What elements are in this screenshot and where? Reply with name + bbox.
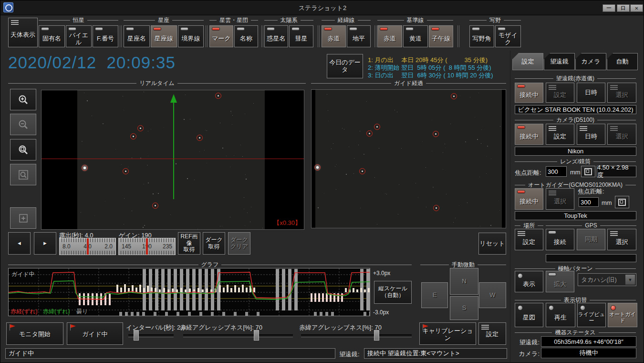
next-image-button[interactable]: ► xyxy=(34,232,56,255)
guide-progress-viewport[interactable] xyxy=(311,89,506,228)
toolbar-toggle-バイエル[interactable]: バイエル xyxy=(66,25,92,47)
toolbar-toggle-F.番号[interactable]: F.番号 xyxy=(93,25,118,47)
toolbar-toggle-写野角[interactable]: 写野角 xyxy=(469,25,494,47)
gps-connect-button[interactable]: 接続 xyxy=(546,229,574,250)
camera-connect-button[interactable]: 接続中 xyxy=(515,124,543,145)
polar-show-button[interactable]: 表示 xyxy=(515,271,543,292)
toolbar-toggle-星座名[interactable]: 星座名 xyxy=(124,25,150,47)
fov-calc-button[interactable] xyxy=(581,166,595,177)
gps-sync-button[interactable]: 同期 xyxy=(577,229,605,250)
telescope-connect-button[interactable]: 接続中 xyxy=(515,83,543,103)
exposure-slider[interactable]: 8.04.02.0 xyxy=(59,238,116,255)
nested-frame-icon xyxy=(584,168,592,175)
display-liveview-button[interactable]: ライブビュー xyxy=(577,303,606,327)
dark-clear-button[interactable]: ダーククリア xyxy=(228,232,250,255)
gps-select-button[interactable]: 選択 xyxy=(607,229,636,250)
today-data-button[interactable]: 今日のデータ xyxy=(327,54,363,78)
telescope-select-button[interactable]: 選択 xyxy=(607,83,636,103)
zoom-window-button[interactable] xyxy=(10,164,36,185)
vertical-scale-button[interactable]: 縦スケール（自動） xyxy=(374,281,412,304)
polar-pattern-select[interactable]: タカハシ(旧) ▼ xyxy=(578,273,636,286)
gain-slider[interactable]: 145190235 xyxy=(118,238,176,255)
calibration-button[interactable]: キャリブレーション xyxy=(419,322,476,345)
toolbar-toggle-名称[interactable]: 名称 xyxy=(234,25,258,47)
tab-カメラ[interactable]: カメラ xyxy=(575,53,606,70)
toolbar-toggle-惑星名[interactable]: 惑星名 xyxy=(264,25,288,47)
zoom-in-button[interactable] xyxy=(10,89,36,110)
close-button[interactable]: ✕ xyxy=(630,4,643,12)
guide-south-button[interactable]: S xyxy=(450,296,478,320)
tab-望遠鏡[interactable]: 望遠鏡 xyxy=(544,53,575,70)
toolbar-toggle-境界線[interactable]: 境界線 xyxy=(178,25,204,47)
dark-capture-button[interactable]: ダーク取得 xyxy=(203,232,225,255)
toolbar-toggle-モザイク[interactable]: モザイク xyxy=(495,25,521,47)
toolbar-toggle-地平[interactable]: 地平 xyxy=(347,25,371,47)
device-status-header: 機器ステータス xyxy=(515,329,636,336)
interval-slider-thumb[interactable] xyxy=(134,330,139,341)
display-replay-button[interactable]: 再生 xyxy=(546,303,575,327)
zoom-fit-icon xyxy=(18,144,29,156)
celestial-display-button[interactable]: 天体表示 xyxy=(8,18,38,47)
camera-settings-button[interactable]: 設定 xyxy=(546,124,574,145)
reset-button[interactable]: リセット xyxy=(478,233,506,255)
faint-star xyxy=(399,184,399,185)
ref-image-button[interactable]: REF画像取得 xyxy=(178,232,200,255)
faint-star xyxy=(231,113,231,113)
guiding-button[interactable]: ガイド中 xyxy=(67,322,123,345)
add-frame-button[interactable] xyxy=(10,207,36,229)
led-icon xyxy=(472,28,479,30)
autoguider-fl-input[interactable] xyxy=(579,197,599,207)
toolbar-toggle-固有名[interactable]: 固有名 xyxy=(39,25,65,47)
guide-settings-button[interactable]: 設定 xyxy=(478,322,506,345)
zoom-fit-button[interactable] xyxy=(10,139,36,160)
toolbar-toggle-星座線[interactable]: 星座線 xyxy=(151,25,177,47)
autoguider-select-button[interactable]: 選択 xyxy=(546,188,574,210)
toolbar-toggle-赤道[interactable]: 赤道 xyxy=(322,25,346,47)
toolbar-toggle-黄道[interactable]: 黄道 xyxy=(403,25,428,47)
prev-image-button[interactable]: ◄ xyxy=(8,232,31,255)
ra-aggressiveness-thumb[interactable] xyxy=(254,330,259,341)
guide-east-button[interactable]: E xyxy=(421,282,448,308)
location-section-header: 場所 xyxy=(515,222,543,229)
realtime-viewport[interactable]: 【x0.30】 xyxy=(41,90,304,230)
dec-aggressiveness-slider[interactable] xyxy=(301,334,412,337)
telescope-datetime-button[interactable]: 日時 xyxy=(577,83,605,103)
guide-west-button[interactable]: W xyxy=(479,282,506,308)
ra-aggressiveness-slider[interactable] xyxy=(183,334,293,337)
chevron-down-icon[interactable]: ▼ xyxy=(625,275,635,285)
autoguider-fov-calc-button[interactable] xyxy=(615,196,629,208)
dec-aggressiveness-thumb[interactable] xyxy=(374,330,379,341)
guide-star-marker xyxy=(433,131,439,137)
faint-star xyxy=(230,167,230,167)
minimize-button[interactable]: 一 xyxy=(602,4,615,12)
monitor-start-button[interactable]: モニタ開始 xyxy=(6,322,63,345)
tab-設定[interactable]: 設定 xyxy=(512,53,543,70)
location-settings-button[interactable]: 設定 xyxy=(515,229,543,250)
toolbar-toggle-マーク[interactable]: マーク xyxy=(209,25,233,47)
focal-length-input[interactable] xyxy=(546,166,567,177)
toolbar-toggle-子午線[interactable]: 子午線 xyxy=(429,25,453,47)
tab-自動[interactable]: 自動 xyxy=(607,53,638,70)
guide-star-marker xyxy=(137,125,144,131)
guide-north-button[interactable]: N xyxy=(450,268,478,295)
faint-star xyxy=(244,197,244,198)
display-starchart-button[interactable]: 星図 xyxy=(515,303,543,327)
camera-datetime-button[interactable]: 日時 xyxy=(577,124,605,145)
faint-star xyxy=(478,93,479,93)
toolbar-toggle-彗星[interactable]: 彗星 xyxy=(289,25,313,47)
polar-zoom-button[interactable]: 拡大 xyxy=(546,271,574,292)
faint-star xyxy=(144,225,145,226)
faint-star xyxy=(245,225,245,226)
faint-star xyxy=(92,116,92,116)
zoom-out-button[interactable] xyxy=(10,114,36,135)
faint-star xyxy=(187,178,188,179)
display-autoguide-button[interactable]: オートガイド xyxy=(608,303,637,327)
connected-led-icon xyxy=(518,126,525,128)
datetime-display: 2020/02/12 20:09:35 xyxy=(8,53,176,72)
telescope-settings-button[interactable]: 設定 xyxy=(546,83,574,103)
autoguider-connect-button[interactable]: 接続中 xyxy=(515,188,543,210)
toolbar-toggle-赤道[interactable]: 赤道 xyxy=(377,25,402,47)
camera-select-button[interactable]: 選択 xyxy=(607,124,636,145)
faint-star xyxy=(245,174,246,175)
maximize-button[interactable]: 口 xyxy=(617,4,630,12)
